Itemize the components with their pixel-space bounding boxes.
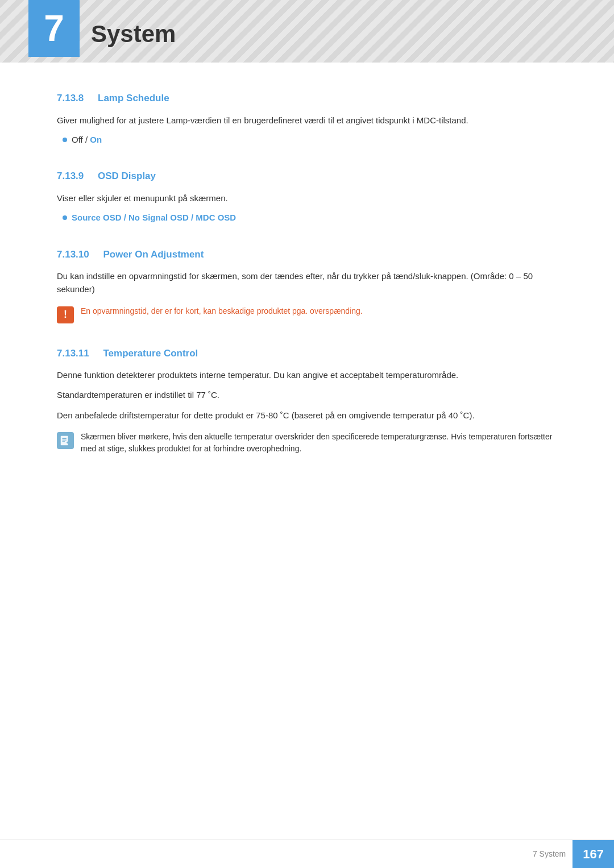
footer-page-number: 167 [572,840,614,868]
section-desc-71311-3: Den anbefalede driftstemperatur for dett… [57,409,557,422]
bullet-off-label: Off / [72,135,90,144]
section-number-7139: 7.13.9 [57,171,84,181]
section-title-71311: Temperature Control [103,348,198,359]
bullet-item-7138: Off / On [57,134,557,147]
section-title-71310: Power On Adjustment [103,249,204,260]
bullet-text-7139: Source OSD / No Signal OSD / MDC OSD [72,211,236,225]
section-heading-71310: 7.13.10 Power On Adjustment [57,247,557,262]
section-number-7138: 7.13.8 [57,93,84,103]
section-71310: 7.13.10 Power On Adjustment Du kan indst… [57,247,557,323]
section-title-7139: OSD Display [98,171,156,181]
section-desc-71310: Du kan indstille en opvarmningstid for s… [57,269,557,296]
section-desc-7139: Viser eller skjuler et menupunkt på skær… [57,192,557,205]
bullet-dot-7138 [63,138,67,142]
chapter-number: 7 [44,10,64,47]
bullet-text-7138: Off / On [72,134,102,147]
main-content: 7.13.8 Lamp Schedule Giver mulighed for … [0,63,614,524]
section-number-71310: 7.13.10 [57,249,89,260]
section-desc-71311-1: Denne funktion detekterer produktets int… [57,368,557,381]
section-7138: 7.13.8 Lamp Schedule Giver mulighed for … [57,91,557,146]
note-icon-71311 [57,432,74,449]
section-number-71311: 7.13.11 [57,348,89,359]
note-text-71311: Skærmen bliver mørkere, hvis den aktuell… [81,431,557,455]
section-7139: 7.13.9 OSD Display Viser eller skjuler e… [57,169,557,224]
section-heading-71311: 7.13.11 Temperature Control [57,346,557,361]
warning-exclamation: ! [64,307,67,322]
chapter-title: System [91,16,176,52]
note-box-71311: Skærmen bliver mørkere, hvis den aktuell… [57,431,557,455]
note-svg-icon [59,434,72,447]
bullet-item-7139: Source OSD / No Signal OSD / MDC OSD [57,211,557,225]
section-title-7138: Lamp Schedule [98,93,169,103]
section-desc-71311-2: Standardtemperaturen er indstillet til 7… [57,388,557,401]
section-71311: 7.13.11 Temperature Control Denne funkti… [57,346,557,456]
page-header: 7 System [0,0,614,63]
warning-text-71310: En opvarmningstid, der er for kort, kan … [81,305,363,317]
chapter-number-box: 7 [28,0,80,57]
page-footer: 7 System 167 [0,840,614,868]
section-heading-7138: 7.13.8 Lamp Schedule [57,91,557,106]
warning-icon-71310: ! [57,306,74,323]
section-desc-7138: Giver mulighed for at justere Lamp-værdi… [57,114,557,127]
svg-rect-0 [61,436,68,446]
bullet-dot-7139 [63,215,67,220]
section-heading-7139: 7.13.9 OSD Display [57,169,557,184]
footer-section-label: 7 System [533,848,566,860]
warning-box-71310: ! En opvarmningstid, der er for kort, ka… [57,305,557,323]
